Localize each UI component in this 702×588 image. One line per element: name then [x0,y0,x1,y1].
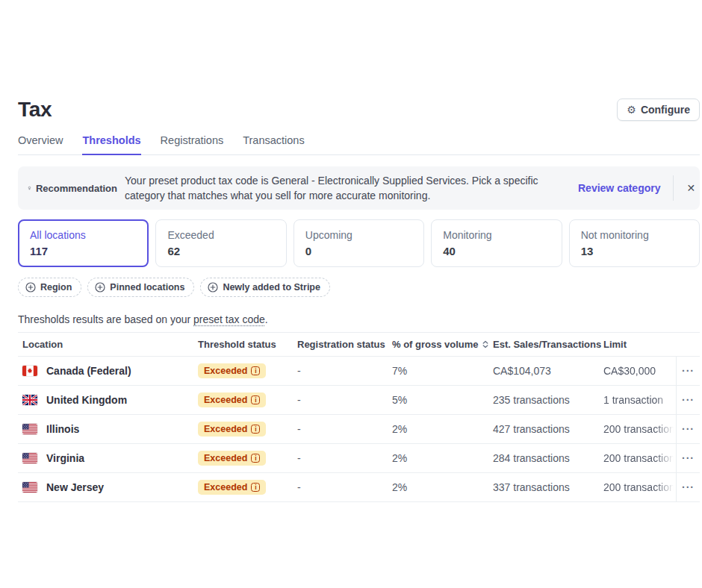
configure-label: Configure [641,104,690,116]
table-row-canada[interactable]: Canada (Federal) Exceeded - 7% CA$104,07… [18,357,700,386]
table-header: Location Threshold status Registration s… [18,333,700,357]
canada-flag-icon [22,366,37,376]
est-sales: 427 transactions [493,423,603,435]
tax-page: Tax ⚙ Configure Overview Thresholds Regi… [18,0,700,502]
card-label: Not monitoring [581,228,688,243]
banner-tag-label: Recommendation [36,183,117,194]
tab-overview[interactable]: Overview [18,134,63,155]
tab-bar: Overview Thresholds Registrations Transa… [18,134,700,155]
row-actions-button[interactable]: ··· [679,451,698,465]
limit: 200 transactions [603,452,676,464]
banner-close-button[interactable]: ✕ [684,180,699,196]
threshold-status-badge: Exceeded [198,422,266,437]
note-suffix: . [265,313,268,325]
badge-label: Exceeded [204,366,247,376]
lightbulb-icon [28,183,31,193]
row-actions-button[interactable]: ··· [679,481,698,494]
table-row-illinois[interactable]: Illinois Exceeded - 2% 427 transactions … [18,415,700,444]
column-location: Location [22,339,198,350]
gross-volume: 2% [392,452,493,464]
summary-card-exceeded[interactable]: Exceeded 62 [155,219,286,267]
review-category-link[interactable]: Review category [578,182,661,194]
location-name: United Kingdom [46,394,127,406]
banner-message: Your preset product tax code is General … [117,173,578,203]
chip-label: Newly added to Stripe [223,282,320,293]
info-icon[interactable] [251,454,260,463]
info-icon[interactable] [251,425,260,434]
card-label: Monitoring [443,228,550,243]
page-title: Tax [18,98,52,122]
chip-label: Pinned locations [110,282,184,293]
chip-newly-added[interactable]: Newly added to Stripe [200,278,330,297]
column-registration-status: Registration status [297,339,392,350]
summary-card-not-monitoring[interactable]: Not monitoring 13 [569,219,700,267]
filter-chips: Region Pinned locations Newly added to S… [18,278,700,297]
configure-button[interactable]: ⚙ Configure [617,98,700,121]
info-icon[interactable] [251,483,260,492]
registration-status: - [297,365,392,377]
summary-card-monitoring[interactable]: Monitoring 40 [431,219,562,267]
table-row-virginia[interactable]: Virginia Exceeded - 2% 284 transactions … [18,444,700,473]
location-name: Virginia [46,452,84,464]
summary-card-upcoming[interactable]: Upcoming 0 [293,219,424,267]
tab-registrations[interactable]: Registrations [161,134,224,155]
preset-tax-code-link[interactable]: preset tax code [193,313,265,325]
gear-icon: ⚙ [627,104,636,115]
est-sales: 284 transactions [493,452,603,464]
card-label: Exceeded [167,228,274,243]
banner-tag: Recommendation [28,183,117,194]
table-row-new-jersey[interactable]: New Jersey Exceeded - 2% 337 transaction… [18,473,700,502]
recommendation-banner: Recommendation Your preset product tax c… [18,166,700,210]
banner-divider [673,175,674,201]
summary-card-all-locations[interactable]: All locations 117 [18,219,149,267]
limit: 200 transactions [603,423,676,435]
page-header: Tax ⚙ Configure [18,98,700,122]
note-text: Thresholds results are based on your [18,313,193,325]
tab-transactions[interactable]: Transactions [243,134,304,155]
chip-pinned-locations[interactable]: Pinned locations [87,278,194,297]
chip-region[interactable]: Region [18,278,81,297]
banner-actions: Review category ✕ [578,175,698,201]
registration-status: - [297,423,392,435]
gross-volume: 2% [392,423,493,435]
united-states-flag-icon [22,482,37,492]
badge-label: Exceeded [204,482,247,492]
column-gross-volume-label: % of gross volume [392,339,479,350]
gross-volume: 2% [392,481,493,493]
plus-circle-icon [25,282,36,293]
badge-label: Exceeded [204,453,247,463]
location-name: Illinois [46,423,79,435]
row-actions-button[interactable]: ··· [679,364,698,378]
column-est-sales: Est. Sales/Transactions [493,339,603,350]
est-sales: CA$104,073 [493,365,603,377]
column-gross-volume[interactable]: % of gross volume [392,339,493,350]
row-actions-button[interactable]: ··· [679,393,698,407]
chip-label: Region [40,282,72,293]
limit: CA$30,000 [603,365,676,377]
thresholds-note: Thresholds results are based on your pre… [18,313,700,325]
info-icon[interactable] [251,366,260,375]
est-sales: 337 transactions [493,481,603,493]
info-icon[interactable] [251,395,260,404]
united-kingdom-flag-icon [22,395,37,405]
est-sales: 235 transactions [493,394,603,406]
row-actions-button[interactable]: ··· [679,422,698,436]
card-count: 117 [30,245,137,257]
badge-label: Exceeded [204,395,247,405]
card-count: 0 [305,245,412,257]
threshold-status-badge: Exceeded [198,363,266,378]
plus-circle-icon [208,282,218,293]
column-threshold-status: Threshold status [198,339,297,350]
column-limit: Limit [603,339,676,350]
united-states-flag-icon [22,424,37,434]
sort-icon [482,340,489,348]
tab-thresholds[interactable]: Thresholds [82,134,140,155]
limit: 200 transactions [603,481,676,493]
table-row-united-kingdom[interactable]: United Kingdom Exceeded - 5% 235 transac… [18,386,700,415]
summary-cards: All locations 117 Exceeded 62 Upcoming 0… [18,219,700,267]
card-count: 40 [443,245,550,257]
location-name: Canada (Federal) [46,365,131,377]
card-count: 62 [167,245,274,257]
badge-label: Exceeded [204,424,247,434]
plus-circle-icon [95,282,105,293]
